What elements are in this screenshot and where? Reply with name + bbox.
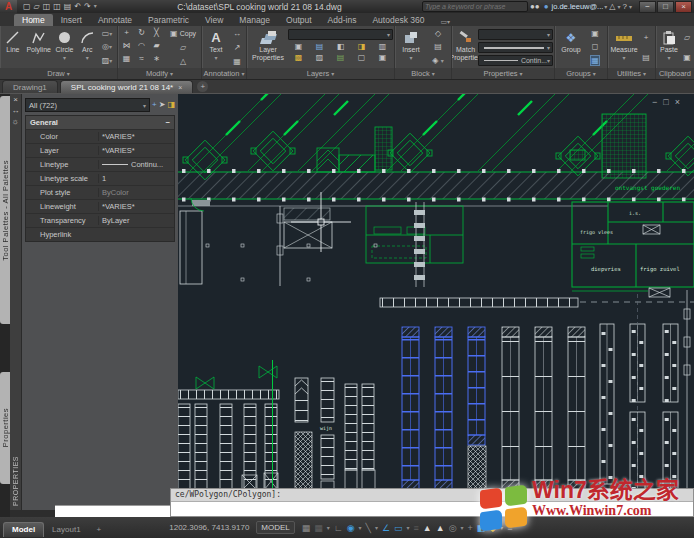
- new-layout-button[interactable]: +: [89, 522, 110, 536]
- block-edit-icon[interactable]: ◇: [435, 29, 441, 38]
- draw-panel-label[interactable]: Draw▾: [0, 68, 117, 79]
- plot-icon[interactable]: ▤: [64, 2, 72, 11]
- ellipse-flyout-icon[interactable]: ◎▾: [102, 42, 112, 52]
- save-as-icon[interactable]: ◫: [53, 2, 61, 11]
- search-input[interactable]: [422, 1, 528, 12]
- help-icon[interactable]: ?: [623, 2, 627, 11]
- layer-match-icon[interactable]: ▥: [379, 42, 387, 51]
- quick-select-icon[interactable]: ◨: [167, 100, 175, 110]
- layer-thaw-icon[interactable]: ▤: [337, 53, 345, 62]
- select-objects-icon[interactable]: ➤: [159, 100, 166, 110]
- app-menu-button[interactable]: A: [0, 0, 17, 13]
- redo-icon[interactable]: ↷: [84, 2, 91, 11]
- center-racks[interactable]: [295, 378, 375, 490]
- layer-freeze-icon[interactable]: ◧: [337, 42, 345, 51]
- mirror-icon[interactable]: ⋈: [123, 41, 131, 54]
- block-panel-label[interactable]: Block▾: [395, 68, 451, 79]
- isolate-caret-icon[interactable]: ▾: [500, 523, 503, 533]
- tab-insert[interactable]: Insert: [53, 14, 90, 26]
- polar-caret-icon[interactable]: ▾: [359, 523, 362, 533]
- move-icon[interactable]: +: [124, 28, 129, 41]
- tab-parametric[interactable]: Parametric: [140, 14, 197, 26]
- receiving-zone[interactable]: ontvangst goederen: [178, 171, 694, 206]
- command-line[interactable]: ce/WPolygon/CPolygon]:: [170, 488, 694, 517]
- snap-icon[interactable]: ▦: [314, 523, 323, 533]
- layer-dropdown[interactable]: ▾: [288, 29, 393, 40]
- modify-panel-label[interactable]: Modify▾: [118, 68, 201, 79]
- model-space-button[interactable]: MODEL: [256, 521, 294, 534]
- erase-icon[interactable]: ▰: [153, 41, 159, 54]
- hatch-flyout-icon[interactable]: ▨▾: [102, 56, 113, 66]
- layer-lock-icon[interactable]: ◨: [358, 42, 366, 51]
- insert-button[interactable]: Insert ▾: [396, 27, 426, 68]
- property-row-plot-style[interactable]: Plot style ByColor: [26, 185, 174, 199]
- user-caret-icon[interactable]: ▾: [604, 3, 607, 10]
- a360-icon[interactable]: △: [609, 2, 615, 11]
- layer-walk-icon[interactable]: ▣: [379, 53, 387, 62]
- circle-button[interactable]: Circle ▾: [53, 27, 77, 68]
- polar-tracking-icon[interactable]: ◉: [347, 523, 355, 533]
- dynamic-input-icon[interactable]: ▭: [394, 523, 403, 533]
- conveyor-rows[interactable]: [178, 298, 694, 399]
- layout1-tab[interactable]: Layout1: [44, 522, 88, 536]
- customization-menu-icon[interactable]: ≡: [507, 523, 512, 533]
- utilities-panel-label[interactable]: Utilities▾: [608, 68, 655, 79]
- array-icon[interactable]: ▦: [123, 54, 131, 67]
- drawing-canvas[interactable]: ontvangst goederen: [178, 94, 694, 490]
- property-row-color[interactable]: Color *VARIES*: [26, 129, 174, 143]
- ungroup-icon[interactable]: ▣: [591, 29, 599, 38]
- a360-caret-icon[interactable]: ▾: [618, 3, 621, 10]
- hatched-rack-column[interactable]: [468, 446, 486, 490]
- close-button[interactable]: ×: [675, 1, 692, 13]
- help-caret-icon[interactable]: ▾: [629, 3, 632, 10]
- dimension-icon[interactable]: ↔: [233, 29, 241, 38]
- arc-caret-icon[interactable]: ▾: [86, 54, 89, 61]
- paste-button[interactable]: Paste ▾: [657, 27, 681, 68]
- annotation-scale-icon[interactable]: ◎: [449, 523, 457, 533]
- left-racks[interactable]: [178, 404, 278, 490]
- text-button[interactable]: A Text ▾: [203, 27, 229, 68]
- isolate-objects-icon[interactable]: ◆: [489, 523, 496, 533]
- line-button[interactable]: Line: [1, 27, 25, 68]
- osnap-caret-icon[interactable]: ▾: [407, 523, 410, 533]
- layer-isolate-icon[interactable]: ▤: [316, 42, 324, 51]
- id-point-icon[interactable]: +: [644, 33, 649, 42]
- layer-unlock-icon[interactable]: ▢: [358, 53, 366, 62]
- ortho-icon[interactable]: ∟: [334, 523, 343, 533]
- property-row-hyperlink[interactable]: Hyperlink: [26, 227, 174, 241]
- tab-home[interactable]: Home: [14, 14, 53, 26]
- snap-caret-icon[interactable]: ▾: [327, 523, 330, 533]
- drawing-restore-icon[interactable]: □: [663, 97, 674, 107]
- stretch-icon[interactable]: ▱: [180, 43, 186, 52]
- search-exchange-icon[interactable]: ●●: [530, 2, 540, 11]
- upper-rooms[interactable]: [178, 198, 608, 286]
- palette-settings-icon[interactable]: ☼: [12, 116, 19, 127]
- isodraft-icon[interactable]: ╲: [366, 523, 371, 533]
- fillet-icon[interactable]: ◠: [138, 41, 145, 54]
- circle-caret-icon[interactable]: ▾: [63, 54, 66, 61]
- doc-tab-drawing1[interactable]: Drawing1: [2, 80, 58, 93]
- doc-tab-close-icon[interactable]: ×: [178, 84, 182, 91]
- properties-side-tab[interactable]: Properties: [0, 372, 10, 484]
- layers-panel-label[interactable]: Layers▾: [247, 68, 394, 79]
- layer-off-icon[interactable]: ▣: [295, 42, 303, 51]
- quick-calc-icon[interactable]: ▤: [642, 53, 650, 62]
- explode-icon[interactable]: ∗: [153, 54, 160, 67]
- signin-user[interactable]: jo.de.leeuw@...: [552, 2, 604, 11]
- grid-icon[interactable]: ▦: [302, 523, 311, 533]
- workspace-plus-icon[interactable]: +: [468, 523, 473, 533]
- property-row-lineweight[interactable]: Lineweight *VARIES*: [26, 199, 174, 213]
- lineweight-icon[interactable]: ≡: [414, 523, 419, 533]
- doc-tab-active[interactable]: SPL cooking world 21 08 14* ×: [60, 80, 194, 93]
- scale-icon[interactable]: △: [180, 57, 186, 66]
- leader-icon[interactable]: ↗: [234, 43, 241, 52]
- annotation-panel-label[interactable]: Annotation▾: [202, 68, 246, 79]
- new-drawing-tab-button[interactable]: +: [197, 81, 208, 92]
- copy-clip-icon[interactable]: ▣: [683, 53, 691, 62]
- annotation-visibility-icon[interactable]: ▲: [423, 523, 432, 533]
- table-icon[interactable]: ▦: [233, 57, 241, 66]
- ribbon-options-icon[interactable]: ▭▾: [440, 18, 450, 26]
- trim-icon[interactable]: ╳: [154, 28, 159, 41]
- undo-icon[interactable]: ↶: [74, 2, 81, 11]
- open-file-icon[interactable]: ▱: [34, 2, 40, 11]
